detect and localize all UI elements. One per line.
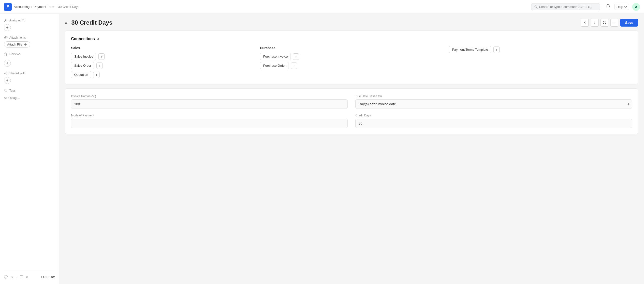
list-item: Sales Invoice + xyxy=(71,53,254,60)
list-item: Sales Order + xyxy=(71,62,254,69)
connections-title: Connections xyxy=(71,37,95,41)
add-sales-order-button[interactable]: + xyxy=(96,63,103,69)
page-layout: Assigned To + Attachments Attach File xyxy=(0,14,644,284)
connections-grid: Sales Sales Invoice + Sales Order + xyxy=(71,46,632,78)
reviews-section: Reviews + xyxy=(4,52,55,67)
mode-of-payment-input[interactable] xyxy=(71,119,348,128)
add-shared-with-button[interactable]: + xyxy=(4,77,11,84)
search-bar[interactable] xyxy=(531,3,600,10)
purchase-title: Purchase xyxy=(260,46,443,50)
printer-icon xyxy=(603,21,606,24)
mode-of-payment-label: Mode of Payment xyxy=(71,114,348,117)
search-input[interactable] xyxy=(539,5,597,9)
payment-terms-form-card: Invoice Portion (%) Due Date Based On Da… xyxy=(65,88,638,134)
svg-point-6 xyxy=(6,72,7,73)
header-actions: ··· Save xyxy=(581,19,638,27)
tag-icon xyxy=(4,89,7,92)
sidebar-footer: 0 · 0 FOLLOW xyxy=(4,271,55,279)
chevron-left-icon xyxy=(583,21,586,24)
mode-of-payment-group: Mode of Payment xyxy=(71,114,348,128)
print-button[interactable] xyxy=(600,19,608,27)
due-date-select-wrapper: Day(s) after invoice date Day(s) after t… xyxy=(356,99,632,109)
credit-days-input[interactable] xyxy=(356,119,632,128)
sales-order-tag[interactable]: Sales Order xyxy=(71,62,94,69)
add-purchase-order-button[interactable]: + xyxy=(291,63,297,69)
add-assigned-to-button[interactable]: + xyxy=(4,24,11,31)
assigned-to-section: Assigned To + xyxy=(4,19,55,31)
attach-file-label: Attach File xyxy=(7,43,22,46)
breadcrumb-payment-term[interactable]: Payment Term xyxy=(34,5,54,9)
main-header: ≡ 30 Credit Days xyxy=(59,14,644,31)
quotation-tag[interactable]: Quotation xyxy=(71,71,91,78)
list-item: Payment Terms Template + xyxy=(449,46,632,53)
due-date-label: Due Date Based On xyxy=(356,95,632,98)
star-icon xyxy=(4,52,7,56)
sales-invoice-tag[interactable]: Sales Invoice xyxy=(71,53,96,60)
list-item: Quotation + xyxy=(71,71,254,78)
purchase-order-tag[interactable]: Purchase Order xyxy=(260,62,289,69)
svg-rect-12 xyxy=(604,23,606,24)
paperclip-icon xyxy=(4,36,7,39)
tags-section: Tags Add a tag ... xyxy=(4,89,55,100)
svg-point-2 xyxy=(5,19,6,21)
svg-point-7 xyxy=(4,73,6,74)
sales-title: Sales xyxy=(71,46,254,50)
due-date-group: Due Date Based On Day(s) after invoice d… xyxy=(356,95,632,109)
invoice-portion-group: Invoice Portion (%) xyxy=(71,95,348,109)
prev-button[interactable] xyxy=(581,19,589,27)
person-icon xyxy=(4,19,7,22)
comments-count: 0 xyxy=(26,275,28,279)
main-content-area: ≡ 30 Credit Days xyxy=(59,14,644,284)
more-options-button[interactable]: ··· xyxy=(610,19,618,27)
breadcrumb-sep-1: › xyxy=(31,5,32,9)
purchase-items: Purchase Invoice + Purchase Order + xyxy=(260,53,443,69)
sidebar: Assigned To + Attachments Attach File xyxy=(0,14,59,284)
likes-count: 0 xyxy=(11,275,12,279)
share-icon xyxy=(4,72,7,75)
tags-title: Tags xyxy=(4,89,55,92)
help-button[interactable]: Help xyxy=(614,4,629,10)
save-button[interactable]: Save xyxy=(620,19,638,27)
svg-line-9 xyxy=(5,74,6,74)
topbar-right: Help A xyxy=(605,3,640,11)
notifications-button[interactable] xyxy=(605,3,611,11)
next-button[interactable] xyxy=(591,19,598,27)
connections-card: Connections ∧ Sales Sales Invoice + xyxy=(65,31,638,84)
search-icon xyxy=(534,5,538,9)
reviews-title: Reviews xyxy=(4,52,55,56)
shared-with-title: Shared With xyxy=(4,72,55,75)
breadcrumb-current: 30 Credit Days xyxy=(58,5,80,9)
payment-terms-template-tag[interactable]: Payment Terms Template xyxy=(449,46,491,53)
menu-icon[interactable]: ≡ xyxy=(65,20,68,25)
invoice-portion-label: Invoice Portion (%) xyxy=(71,95,348,98)
follow-button[interactable]: FOLLOW xyxy=(41,275,55,279)
credit-days-label: Credit Days xyxy=(356,114,632,117)
due-date-select[interactable]: Day(s) after invoice date Day(s) after t… xyxy=(356,99,632,109)
add-payment-terms-button[interactable]: + xyxy=(493,47,500,53)
add-quotation-button[interactable]: + xyxy=(93,72,100,78)
svg-line-1 xyxy=(536,8,537,8)
avatar[interactable]: A xyxy=(632,3,640,11)
list-item: Purchase Invoice + xyxy=(260,53,443,60)
add-review-button[interactable]: + xyxy=(4,60,11,67)
svg-line-10 xyxy=(5,73,6,73)
bell-icon xyxy=(606,4,610,8)
sales-column: Sales Sales Invoice + Sales Order + xyxy=(71,46,254,78)
attach-file-button[interactable]: Attach File xyxy=(4,41,30,48)
main-content: Connections ∧ Sales Sales Invoice + xyxy=(59,31,644,144)
add-purchase-invoice-button[interactable]: + xyxy=(293,53,299,60)
form-grid: Invoice Portion (%) Due Date Based On Da… xyxy=(71,95,632,128)
purchase-invoice-tag[interactable]: Purchase Invoice xyxy=(260,53,291,60)
attachments-title: Attachments xyxy=(4,36,55,39)
add-sales-invoice-button[interactable]: + xyxy=(98,53,105,60)
breadcrumb-accounting[interactable]: Accounting xyxy=(14,5,30,9)
sales-items: Sales Invoice + Sales Order + Quotation … xyxy=(71,53,254,78)
add-tag-link[interactable]: Add a tag ... xyxy=(4,96,55,100)
collapse-icon[interactable]: ∧ xyxy=(97,37,99,41)
app-logo[interactable]: E xyxy=(4,3,12,11)
topbar: E Accounting › Payment Term › 30 Credit … xyxy=(0,0,644,14)
comment-icon xyxy=(20,275,23,279)
svg-point-8 xyxy=(6,74,7,75)
connections-header: Connections ∧ xyxy=(71,37,632,41)
invoice-portion-input[interactable] xyxy=(71,99,348,109)
